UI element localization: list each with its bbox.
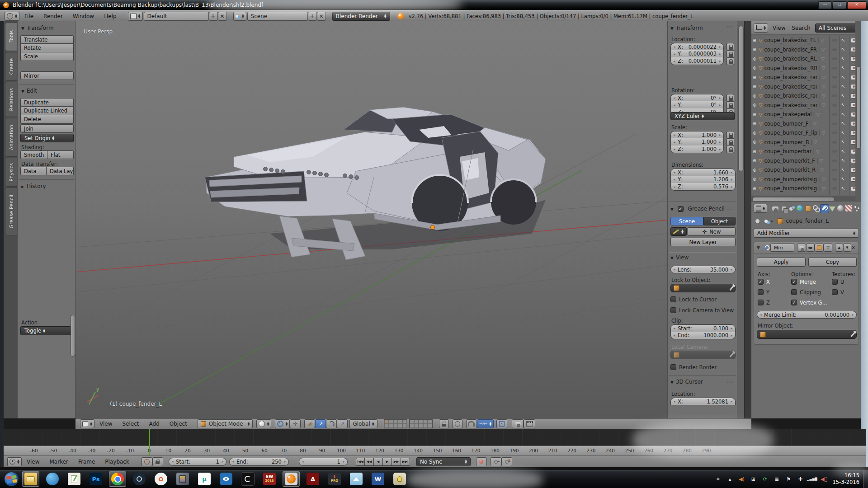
rotation-y-field[interactable]: ◂Y:-0°▸ — [670, 101, 724, 109]
taskbar-app-viewer-app[interactable] — [217, 471, 235, 487]
transform-orientation-select[interactable]: Global▲▼ — [349, 419, 377, 428]
location-z-lock-button[interactable] — [726, 57, 734, 65]
toolshelf-tab-tools[interactable]: Tools — [5, 22, 17, 51]
outliner-item[interactable]: ⊕ ▽ coupe_bumper_F|▽ ↖ — [751, 119, 861, 128]
start-button[interactable] — [3, 470, 20, 488]
timeline-menu-marker[interactable]: Marker — [44, 459, 73, 465]
proportional-edit-button[interactable] — [453, 419, 462, 428]
duplicate-linked-button[interactable]: Duplicate Linked — [20, 107, 74, 115]
taskbar-app-explorer[interactable] — [22, 471, 39, 487]
add-modifier-dropdown[interactable]: Add Modifier▲▼ — [754, 229, 859, 238]
scale-y-lock-button[interactable] — [726, 138, 734, 146]
gp-draw-tool-button[interactable]: ▲▼ — [670, 227, 687, 236]
tray-flag-icon[interactable]: ⚑ — [785, 475, 792, 483]
outliner-item[interactable]: ⊕ ▽ coupe_brakepedal|▽ ↖ — [751, 110, 861, 119]
viewport-menu-view[interactable]: View — [94, 421, 117, 427]
snap-magnet-button[interactable] — [466, 419, 477, 428]
keying-delete-button[interactable]: ✕ — [501, 457, 512, 466]
outliner-item[interactable]: ⊕ ▽ coupe_bumper_R|▽ ↖ — [751, 138, 861, 147]
selectable-icon[interactable]: ↖ — [841, 65, 845, 71]
grease-pencil-checkbox[interactable]: ✓ — [678, 206, 684, 212]
screen-layout-icon-button[interactable]: ▲▼ — [128, 12, 143, 21]
location-y-field[interactable]: ◂Y:0.0000003▸ — [670, 50, 724, 58]
scale-button[interactable]: Scale — [20, 52, 74, 61]
frame-range-clock-button[interactable] — [142, 457, 152, 466]
timeline-menu-frame[interactable]: Frame — [73, 459, 100, 465]
data-layout-button[interactable]: Data Layo — [47, 167, 74, 175]
outliner-item[interactable]: ⊕ ▽ coupe_brakedisc_race_RL|▽ ↖ — [751, 91, 861, 100]
layout-add-button[interactable]: ✛ — [209, 12, 218, 21]
timeline-lock-button[interactable] — [152, 457, 163, 466]
visibility-icon[interactable] — [832, 178, 837, 181]
set-origin-menu[interactable]: Set Origin▲▼ — [20, 134, 74, 142]
visibility-icon[interactable] — [832, 187, 837, 190]
checkbox-merge[interactable]: ✓Merge — [791, 278, 816, 285]
clip-end-field[interactable]: ◂End:1000.000▸ — [670, 332, 736, 339]
opengl-render-button[interactable] — [512, 419, 524, 428]
cursor-x-field[interactable]: ◂X:-1.52081▸ — [670, 398, 736, 405]
visibility-icon[interactable] — [832, 169, 837, 171]
checkbox-clipping[interactable]: Clipping — [791, 289, 821, 296]
taskbar-app-origin[interactable]: O — [152, 471, 170, 487]
expand-icon[interactable]: ⊕ — [751, 158, 758, 163]
properties-tab-render[interactable] — [771, 204, 779, 212]
modifier-move-down-button[interactable]: ▼ — [843, 244, 851, 252]
menu-window[interactable]: Window — [68, 13, 99, 19]
selectable-icon[interactable]: ↖ — [841, 93, 845, 99]
frame-start-field[interactable]: ◂Start:1▸ — [169, 458, 226, 466]
taskbar-app-autocad[interactable]: A — [304, 471, 321, 487]
visibility-icon[interactable] — [832, 131, 837, 134]
record-button[interactable] — [476, 457, 487, 466]
timeline-menu-playback[interactable]: Playback — [100, 459, 134, 465]
modifier-cage-toggle[interactable]: ▽ — [824, 244, 833, 252]
opengl-render-anim-button[interactable] — [524, 419, 535, 428]
outliner-item[interactable]: ⊕ ▽ coupe_brakedisc_FR|▽ ↖ — [751, 45, 861, 54]
checkbox-z[interactable]: Z — [758, 299, 770, 306]
rotation-x-field[interactable]: ◂X:0°▸ — [670, 94, 724, 102]
menu-render[interactable]: Render — [38, 13, 68, 19]
selectable-icon[interactable]: ↖ — [841, 84, 845, 89]
visibility-icon[interactable] — [832, 104, 837, 107]
outliner-item[interactable]: ⊕ ▽ coupe_bumper_F_lip|▽ ↖ — [751, 128, 861, 137]
gp-new-layer-button[interactable]: New Layer — [670, 238, 736, 246]
modifier-view-toggle[interactable] — [806, 244, 815, 252]
lock-to-scene-button[interactable] — [439, 419, 449, 428]
play-button[interactable]: ▶ — [383, 458, 392, 466]
modifier-render-toggle[interactable] — [797, 244, 806, 252]
rotation-y-lock-button[interactable] — [726, 101, 734, 109]
taskbar-app-photos-app[interactable] — [348, 471, 365, 487]
lens-field[interactable]: ◂Lens:35.000▸ — [670, 266, 736, 273]
expand-icon[interactable]: ⊕ — [751, 140, 758, 145]
tray-sync-icon[interactable]: ⟳ — [761, 475, 769, 483]
dimensions-x-field[interactable]: ◂X:1.660▸ — [670, 169, 736, 176]
render-border-checkbox[interactable]: Render Border — [670, 364, 717, 371]
editor-type-button[interactable]: i ▲▼ — [5, 12, 19, 21]
outliner-view-menu[interactable]: View — [773, 25, 785, 31]
selectable-icon[interactable]: ↖ — [841, 130, 845, 136]
taskbar-app-media-player[interactable] — [44, 471, 61, 487]
outliner-item[interactable]: ⊕ ▽ coupe_bumperkitsignal_R|▽ ↖ — [751, 184, 861, 193]
taskbar-app-steam[interactable] — [131, 471, 148, 487]
visibility-icon[interactable] — [832, 76, 837, 79]
scale-x-field[interactable]: ◂X:1.000▸ — [670, 131, 724, 139]
close-button[interactable]: ✕ — [847, 1, 866, 9]
tray-caret-up-icon[interactable]: ▴ — [726, 475, 733, 483]
location-z-field[interactable]: ◂Z:0.0000011▸ — [670, 57, 724, 65]
outliner-item[interactable]: ⊕ ▽ coupe_bumperkitsignal_L|▽ ↖ — [751, 175, 861, 184]
tray-keyboard-icon[interactable]: ⌗ — [714, 475, 722, 483]
play-reverse-button[interactable]: ◀ — [374, 458, 383, 466]
expand-icon[interactable]: ⊕ — [751, 186, 758, 191]
visibility-icon[interactable] — [832, 57, 837, 60]
tray-volume-muted-icon[interactable]: ◀⃠ — [820, 475, 827, 483]
modifier-name-field[interactable]: Mirr — [770, 244, 794, 252]
toolshelf-tab-relations[interactable]: Relations — [5, 82, 17, 117]
translate-active-button[interactable]: ↗ — [315, 419, 326, 428]
menu-file[interactable]: File — [19, 13, 38, 19]
selectable-icon[interactable]: ↖ — [841, 112, 845, 117]
visibility-icon[interactable] — [832, 141, 837, 144]
3d-viewport[interactable]: y User Persp (1) coupe_fender_L — [75, 21, 667, 418]
gp-source-object-button[interactable]: Object — [703, 217, 736, 225]
visibility-icon[interactable] — [832, 48, 837, 51]
location-x-lock-button[interactable] — [726, 43, 734, 51]
panel-history-title[interactable]: ►History — [21, 183, 46, 189]
